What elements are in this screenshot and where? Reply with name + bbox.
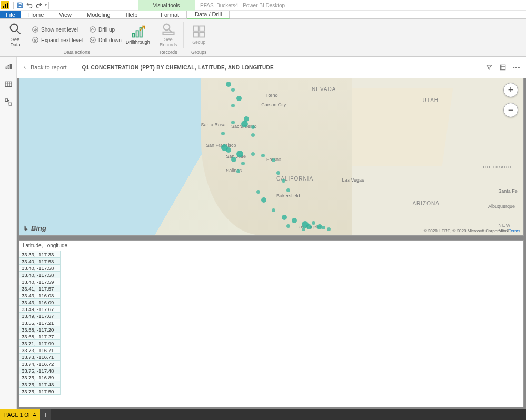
tab-help[interactable]: Help [118,11,146,18]
table-row[interactable]: 33.40, -117.58 [19,272,523,278]
table-cell: 33.71, -117.99 [19,340,61,347]
divider [48,2,49,9]
tab-file[interactable]: File [0,11,21,18]
focus-mode-icon[interactable] [499,63,507,72]
ribbon-group-label: Data actions [3,49,150,55]
report-view-icon[interactable] [2,60,15,73]
table-row[interactable]: 33.55, -117.21 [19,319,523,326]
table-cell: 33.40, -117.58 [19,272,61,278]
table-row[interactable]: 33.68, -117.27 [19,333,523,340]
expand-next-level-button[interactable]: Expand next level [29,35,85,45]
model-view-icon[interactable] [2,96,15,108]
ribbon: See Data Show next level Expand next lev… [0,19,526,57]
visual-actions: ••• [485,63,521,72]
table-row[interactable]: 33.75, -117.48 [19,367,523,374]
page-tab[interactable]: PAGE 1 OF 4 [0,409,40,420]
table-cell: 33.49, -117.67 [19,306,61,313]
bing-logo: Bing [23,224,46,232]
see-records-button[interactable]: See Records [156,20,181,49]
svg-rect-22 [500,65,505,69]
svg-rect-7 [132,34,134,37]
drillthrough-button[interactable]: Drillthrough [126,20,150,49]
table-row[interactable]: 33.75, -117.50 [19,388,523,395]
table-body[interactable]: 33.33, -117.3333.40, -117.5833.40, -117.… [19,251,523,407]
svg-rect-12 [193,26,198,31]
ribbon-group-label: Records [156,49,181,55]
show-next-level-button[interactable]: Show next level [29,24,85,35]
group-label: Group [192,40,205,45]
table-row[interactable]: 33.33, -117.33 [19,251,523,258]
table-cell: 33.33, -117.33 [19,251,61,258]
ribbon-group-records: See Records Records [153,19,184,56]
table-row[interactable]: 33.41, -117.57 [19,285,523,292]
drill-down-button[interactable]: Drill down [87,35,124,45]
status-bar: PAGE 1 OF 4 + [0,409,526,420]
table-cell: 33.73, -116.71 [19,347,61,354]
svg-point-2 [11,24,18,32]
table-row[interactable]: 33.40, -117.59 [19,278,523,285]
svg-rect-16 [6,67,7,69]
table-row[interactable]: 33.75, -116.89 [19,374,523,381]
see-records-label: See Records [160,37,177,48]
table-cell: 33.58, -117.20 [19,326,61,333]
table-row[interactable]: 33.43, -116.08 [19,292,523,299]
table-row[interactable]: 33.49, -117.67 [19,313,523,319]
table-row[interactable]: 33.74, -116.72 [19,361,523,367]
tab-modeling[interactable]: Modeling [80,11,118,18]
zoom-out-button[interactable]: − [503,103,518,117]
contextual-tab-header: Visual tools [138,0,195,11]
svg-rect-13 [200,26,204,31]
svg-rect-21 [9,103,12,105]
more-options-icon[interactable]: ••• [512,63,521,72]
redo-icon[interactable] [34,1,44,10]
add-page-button[interactable]: + [40,409,51,420]
table-row[interactable]: 33.40, -117.58 [19,258,523,265]
table-row[interactable]: 33.73, -116.71 [19,354,523,361]
terms-link[interactable]: Terms [509,228,520,233]
tab-home[interactable]: Home [21,11,52,18]
table-row[interactable]: 33.58, -117.20 [19,326,523,333]
drill-up-label: Drill up [98,27,115,33]
ribbon-group-groups: Group Groups [184,19,214,56]
filter-icon[interactable] [485,63,493,72]
divider [13,2,14,9]
map-attribution: © 2020 HERE, © 2020 Microsoft Corporatio… [424,228,520,233]
back-to-report-button[interactable]: Back to report [22,64,66,71]
table-row[interactable]: 33.71, -117.99 [19,340,523,347]
map-visual[interactable]: NEVADA UTAH CALIFORNIA ARIZONA COLORADO … [19,78,524,236]
data-view-icon[interactable] [2,78,15,91]
tab-data-drill[interactable]: Data / Drill [187,11,230,19]
zoom-in-button[interactable]: + [503,83,518,97]
see-data-button[interactable]: See Data [3,20,27,49]
see-data-label: See Data [10,37,20,48]
qat-options-icon[interactable]: ▾ [45,3,47,7]
svg-rect-20 [5,99,8,102]
svg-point-10 [164,24,170,31]
drillthrough-label: Drillthrough [126,40,150,45]
table-row[interactable]: 33.40, -117.58 [19,265,523,272]
table-row[interactable]: 33.73, -116.71 [19,347,523,354]
tab-format[interactable]: Format [153,11,187,18]
drill-up-button[interactable]: Drill up [87,24,124,35]
table-row[interactable]: 33.75, -117.48 [19,381,523,388]
view-rail [0,57,17,409]
ribbon-group-data-actions: See Data Show next level Expand next lev… [0,19,153,56]
table-cell: 33.75, -117.50 [19,388,61,395]
ribbon-tabs: File Home View Modeling Help Format Data… [0,11,526,19]
map-surface[interactable]: NEVADA UTAH CALIFORNIA ARIZONA COLORADO … [19,78,523,235]
table-cell: 33.41, -117.57 [19,285,61,292]
table-cell: 33.74, -116.72 [19,361,61,367]
data-table-visual[interactable]: Latitude, Longitude 33.33, -117.3333.40,… [19,240,524,407]
svg-rect-1 [18,5,22,7]
svg-rect-14 [193,32,198,37]
table-row[interactable]: 33.43, -116.09 [19,299,523,306]
group-button[interactable]: Group [187,20,211,49]
tab-view[interactable]: View [52,11,80,18]
table-cell: 33.43, -116.08 [19,292,61,299]
undo-icon[interactable] [25,1,34,10]
divider [74,62,74,73]
table-row[interactable]: 33.49, -117.67 [19,306,523,313]
save-icon[interactable] [15,1,25,10]
breadcrumb-bar: Back to report Q1 CONCENTRATION (PPT) BY… [17,57,526,78]
visual-title: Q1 CONCENTRATION (PPT) BY CHEMICAL, LATI… [82,65,274,71]
